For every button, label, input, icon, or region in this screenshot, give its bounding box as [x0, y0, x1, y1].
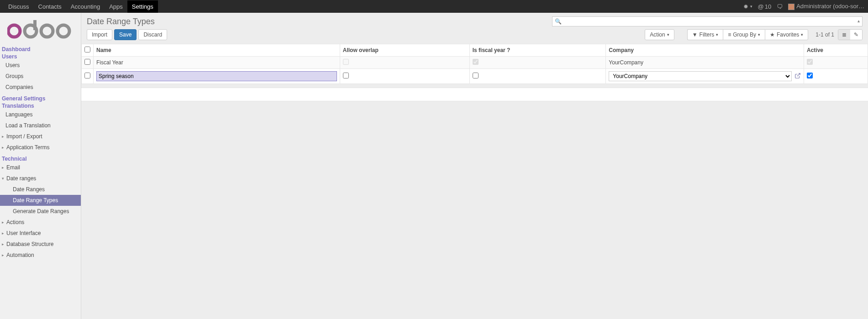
- nav-settings[interactable]: Settings: [127, 0, 158, 13]
- col-name[interactable]: Name: [94, 44, 340, 57]
- cell-allow-overlap[interactable]: [340, 69, 469, 84]
- company-select[interactable]: YourCompany: [609, 71, 792, 81]
- form-view-button[interactable]: ✎: [850, 30, 862, 40]
- debug-menu[interactable]: ✹▾: [743, 3, 752, 10]
- sidebar-section-users[interactable]: Users: [0, 52, 81, 60]
- favorites-label: Favorites: [777, 31, 799, 38]
- sidebar-item-database-structure[interactable]: ▸Database Structure: [0, 239, 81, 250]
- sidebar-section-translations[interactable]: Translations: [0, 102, 81, 109]
- view-switcher: ≣ ✎: [838, 29, 863, 40]
- sidebar-item-email[interactable]: ▸Email: [0, 162, 81, 173]
- import-button[interactable]: Import: [87, 29, 112, 40]
- search-collapse-icon[interactable]: ▴: [857, 18, 860, 23]
- action-dropdown[interactable]: Action ▾: [645, 29, 674, 40]
- svg-point-0: [8, 25, 20, 37]
- sidebar-item-languages[interactable]: Languages: [0, 109, 81, 120]
- col-is-fiscal-year[interactable]: Is fiscal year ?: [469, 44, 606, 57]
- chevron-right-icon: ▸: [1, 145, 5, 150]
- sidebar-item-groups[interactable]: Groups: [0, 71, 81, 82]
- nav-left: Discuss Contacts Accounting Apps Setting…: [4, 0, 158, 13]
- save-button[interactable]: Save: [114, 29, 137, 40]
- chevron-right-icon: ▸: [1, 242, 5, 246]
- sidebar-item-generate-date-ranges[interactable]: Generate Date Ranges: [0, 206, 81, 217]
- search-input[interactable]: [552, 16, 863, 26]
- row-select-checkbox[interactable]: [84, 73, 90, 78]
- sidebar-item-companies[interactable]: Companies: [0, 82, 81, 93]
- star-icon: ★: [770, 31, 775, 38]
- mentions-indicator[interactable]: @10: [758, 3, 772, 10]
- mentions-count: 10: [765, 3, 771, 10]
- sidebar: Dashboard Users Users Groups Companies G…: [0, 13, 81, 319]
- sidebar-item-label: Actions: [6, 219, 24, 225]
- sidebar-item-users[interactable]: Users: [0, 60, 81, 71]
- sidebar-item-label: Database Structure: [6, 241, 53, 247]
- sidebar-section-general-settings[interactable]: General Settings: [0, 94, 81, 102]
- select-all-checkbox[interactable]: [84, 47, 90, 52]
- sidebar-item-label: Date ranges: [6, 175, 36, 182]
- chevron-right-icon: ▸: [1, 253, 5, 257]
- nav-apps[interactable]: Apps: [105, 0, 127, 13]
- breadcrumb: Date Range Types: [87, 17, 155, 26]
- user-menu[interactable]: Administrator (odoo-sor…: [788, 3, 864, 10]
- active-checkbox: [807, 59, 813, 65]
- row-select-checkbox[interactable]: [84, 59, 90, 65]
- filters-label: Filters: [700, 31, 715, 38]
- sidebar-item-date-range-types[interactable]: Date Range Types: [0, 195, 81, 206]
- toolbar: Import Save Discard Action ▾ ▼ Filters ▾…: [81, 28, 868, 44]
- sidebar-section-technical[interactable]: Technical: [0, 155, 81, 162]
- filters-dropdown[interactable]: ▼ Filters ▾: [687, 29, 723, 40]
- sidebar-item-import-export[interactable]: ▸Import / Export: [0, 131, 81, 142]
- is-fiscal-year-checkbox[interactable]: [473, 73, 479, 78]
- cell-name[interactable]: Fiscal Year: [94, 57, 340, 69]
- search-icon: 🔍: [555, 18, 562, 25]
- sidebar-item-actions[interactable]: ▸Actions: [0, 217, 81, 228]
- table-footer: [81, 88, 868, 101]
- is-fiscal-year-checkbox: [473, 59, 479, 65]
- col-active[interactable]: Active: [804, 44, 868, 57]
- data-table: Name Allow overlap Is fiscal year ? Comp…: [81, 44, 868, 84]
- groupby-dropdown[interactable]: ≡ Group By ▾: [723, 29, 765, 40]
- content: Date Range Types 🔍 ▴ Import Save Discard…: [81, 13, 868, 319]
- nav-discuss[interactable]: Discuss: [4, 0, 34, 13]
- cell-company-editing[interactable]: YourCompany: [606, 69, 804, 84]
- funnel-icon: ▼: [692, 31, 698, 38]
- sidebar-item-label: Application Terms: [6, 144, 50, 151]
- discard-button[interactable]: Discard: [138, 29, 167, 40]
- name-input[interactable]: [96, 71, 337, 81]
- form-view-icon: ✎: [854, 31, 858, 38]
- chevron-right-icon: ▸: [1, 165, 5, 170]
- external-link-icon[interactable]: [794, 73, 801, 80]
- sidebar-item-load-translation[interactable]: Load a Translation: [0, 120, 81, 131]
- odoo-logo-icon: [7, 19, 71, 39]
- sidebar-item-date-ranges[interactable]: Date Ranges: [0, 184, 81, 195]
- table-row[interactable]: Fiscal Year YourCompany: [82, 57, 868, 69]
- cell-is-fiscal-year[interactable]: [469, 69, 606, 84]
- col-company[interactable]: Company: [606, 44, 804, 57]
- nav-contacts[interactable]: Contacts: [34, 0, 66, 13]
- sidebar-item-automation[interactable]: ▸Automation: [0, 250, 81, 261]
- favorites-dropdown[interactable]: ★ Favorites ▾: [765, 29, 808, 40]
- list-view-button[interactable]: ≣: [838, 30, 850, 40]
- allow-overlap-checkbox: [343, 59, 349, 65]
- sidebar-item-user-interface[interactable]: ▸User Interface: [0, 228, 81, 239]
- allow-overlap-checkbox[interactable]: [343, 73, 349, 78]
- col-allow-overlap[interactable]: Allow overlap: [340, 44, 469, 57]
- cell-name-editing[interactable]: [94, 69, 340, 84]
- list-view-icon: ≣: [842, 31, 847, 38]
- sidebar-item-application-terms[interactable]: ▸Application Terms: [0, 142, 81, 153]
- sidebar-section-dashboard[interactable]: Dashboard: [0, 45, 81, 52]
- cell-active[interactable]: [804, 69, 868, 84]
- active-checkbox[interactable]: [807, 73, 813, 78]
- svg-line-5: [797, 73, 800, 76]
- conversations-icon[interactable]: 🗨: [777, 3, 783, 10]
- pager-text: 1-1 of 1: [815, 31, 834, 38]
- at-icon: @: [758, 3, 764, 10]
- avatar: [788, 4, 794, 10]
- sidebar-item-label: Automation: [6, 252, 34, 258]
- table-row[interactable]: YourCompany: [82, 69, 868, 84]
- cell-company[interactable]: YourCompany: [606, 57, 804, 69]
- svg-point-3: [41, 25, 53, 37]
- nav-accounting[interactable]: Accounting: [66, 0, 105, 13]
- sidebar-item-date-ranges-parent[interactable]: ▾Date ranges: [0, 173, 81, 184]
- sidebar-item-label: Import / Export: [6, 133, 42, 140]
